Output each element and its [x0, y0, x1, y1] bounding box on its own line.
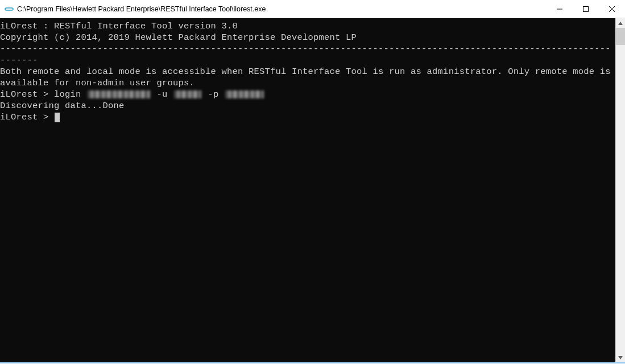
redacted-password — [225, 90, 264, 98]
scroll-track[interactable] — [616, 28, 625, 353]
vertical-scrollbar[interactable] — [615, 18, 625, 362]
prompt-login-prefix: iLOrest > login — [0, 89, 86, 100]
chevron-down-icon — [618, 356, 623, 359]
titlebar[interactable]: C:\Program Files\Hewlett Packard Enterpr… — [0, 0, 625, 18]
flag-p: -p — [202, 89, 224, 100]
svg-rect-0 — [5, 8, 13, 10]
login-command-line: iLOrest > login -u -p — [0, 89, 265, 100]
redacted-host — [88, 90, 150, 98]
window-title: C:\Program Files\Hewlett Packard Enterpr… — [17, 5, 547, 13]
maximize-button[interactable] — [573, 0, 599, 18]
maximize-icon — [583, 6, 589, 12]
svg-rect-1 — [583, 7, 589, 12]
minimize-button[interactable] — [547, 0, 573, 18]
client-area: iLOrest : RESTful Interface Tool version… — [0, 18, 625, 362]
info-line: Both remote and local mode is accessible… — [0, 67, 615, 88]
banner-line-1: iLOrest : RESTful Interface Tool version… — [0, 21, 238, 31]
text-cursor — [55, 113, 60, 122]
redacted-username — [174, 90, 201, 98]
scroll-down-button[interactable] — [616, 353, 625, 362]
separator-line: ----------------------------------------… — [0, 44, 611, 65]
banner-line-2: Copyright (c) 2014, 2019 Hewlett Packard… — [0, 32, 357, 43]
terminal-output[interactable]: iLOrest : RESTful Interface Tool version… — [0, 18, 615, 362]
application-window: C:\Program Files\Hewlett Packard Enterpr… — [0, 0, 625, 364]
close-button[interactable] — [599, 0, 625, 18]
window-controls — [547, 0, 625, 18]
scroll-up-button[interactable] — [616, 18, 625, 28]
scroll-thumb[interactable] — [616, 28, 625, 45]
flag-u: -u — [151, 89, 173, 100]
prompt-idle: iLOrest > — [0, 112, 54, 122]
app-icon — [5, 5, 14, 14]
minimize-icon — [557, 6, 562, 12]
chevron-up-icon — [618, 22, 623, 25]
discover-line: Discovering data...Done — [0, 101, 125, 111]
close-icon — [609, 6, 615, 12]
